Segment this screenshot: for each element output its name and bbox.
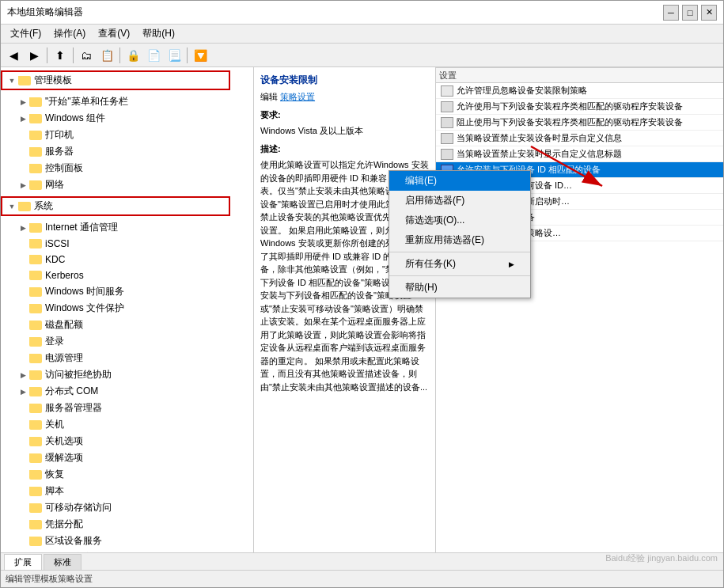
folder-icon-scripts [29, 487, 42, 496]
folder-icon-removable-storage [29, 503, 42, 513]
watermark: Baidu经验 jingyan.baidu.com [605, 552, 718, 564]
tab-standard[interactable]: 标准 [44, 554, 81, 570]
expand-admin-templates[interactable]: ▼ [6, 74, 18, 87]
policy-settings-link[interactable]: 策略设置 [280, 92, 315, 101]
folder-icon-mitigation [29, 453, 42, 463]
folder-icon-kdc [29, 255, 42, 264]
driver-install-label: 驱动程序安装 [45, 551, 102, 552]
context-menu-reapply-filter[interactable]: 重新应用筛选器(E) [389, 230, 530, 250]
policy-list-header-label: 设置 [439, 70, 457, 82]
tree-item-removable-storage[interactable]: 可移动存储访问 [1, 499, 253, 516]
tree-item-start-menu[interactable]: ▶ "开始"菜单和任务栏 [1, 93, 253, 110]
tree-item-login[interactable]: 登录 [1, 333, 253, 350]
tree-item-kdc[interactable]: KDC [1, 252, 253, 267]
show-hide-button[interactable]: 🗂 [77, 46, 96, 65]
folder-icon-windows-file-protection [29, 304, 42, 313]
tab-extended[interactable]: 扩展 [4, 554, 42, 570]
tree-item-server-mgr[interactable]: 服务器管理器 [1, 400, 253, 416]
tree-item-mitigation[interactable]: 缓解选项 [1, 450, 253, 466]
toolbar-separator-3 [119, 47, 120, 63]
start-menu-label: "开始"菜单和任务栏 [45, 95, 128, 108]
folder-icon-windows-time [29, 287, 42, 297]
folder-icon-shutdown [29, 420, 42, 430]
tree-item-disk-quota[interactable]: 磁盘配额 [1, 317, 253, 333]
list-item-1[interactable]: 允许管理员忽略设备安装限制策略 [436, 83, 723, 99]
tree-item-server[interactable]: 服务器 [1, 143, 253, 160]
tree-item-recovery[interactable]: 恢复 [1, 466, 253, 483]
expand-windows-components[interactable]: ▶ [17, 112, 29, 125]
tree-item-kerberos[interactable]: Kerberos [1, 267, 253, 283]
tree-item-windows-file-protection[interactable]: Windows 文件保护 [1, 300, 253, 317]
context-menu-enable-filter[interactable]: 启用筛选器(F) [389, 191, 530, 211]
list-item-3[interactable]: 阻止使用与下列设备安装程序类相匹配的驱动程序安装设备 [436, 115, 723, 131]
expand-printer[interactable] [17, 129, 29, 142]
maximize-button[interactable]: □ [682, 5, 698, 21]
folder-icon-server [29, 147, 42, 157]
tree-item-scripts[interactable]: 脚本 [1, 483, 253, 499]
view-button-2[interactable]: 📄 [144, 46, 163, 65]
tree-item-regional[interactable]: 区域设备服务 [1, 533, 253, 549]
up-button[interactable]: ⬆ [51, 46, 70, 65]
tree-item-shutdown[interactable]: 关机 [1, 416, 253, 433]
middle-panel-requires-value: Windows Vista 及以上版本 [260, 124, 429, 138]
lock-button[interactable]: 🔒 [123, 46, 142, 65]
menu-file[interactable]: 文件(F) [4, 25, 47, 42]
folder-icon-login [29, 337, 42, 347]
tree-item-access-denied[interactable]: ▶ 访问被拒绝协助 [1, 366, 253, 383]
policy-icon-5 [441, 149, 453, 160]
tree-item-windows-time[interactable]: Windows 时间服务 [1, 283, 253, 300]
context-menu-all-tasks[interactable]: 所有任务(K) [389, 254, 530, 274]
close-button[interactable]: ✕ [701, 5, 717, 21]
network-label: 网络 [45, 178, 64, 192]
tree-item-credentials[interactable]: 凭据分配 [1, 516, 253, 533]
tree-item-admin-templates[interactable]: ▼ 管理模板 [2, 72, 229, 89]
view-button-3[interactable]: 📃 [165, 46, 184, 65]
folder-icon-start-menu [29, 97, 42, 107]
back-button[interactable]: ◀ [4, 46, 23, 65]
forward-button[interactable]: ▶ [25, 46, 44, 65]
context-menu-filter-options[interactable]: 筛选选项(O)... [389, 211, 530, 230]
tree-item-internet-comm[interactable]: ▶ Internet 通信管理 [1, 219, 253, 236]
context-menu: 编辑(E) 启用筛选器(F) 筛选选项(O)... 重新应用筛选器(E) 所有任… [389, 170, 531, 298]
title-bar: 本地组策略编辑器 ─ □ ✕ [1, 1, 723, 25]
iscsi-label: iSCSI [45, 238, 70, 249]
tree-item-printer[interactable]: 打印机 [1, 127, 253, 143]
list-item-5[interactable]: 当策略设置禁止安装时显示自定义信息标题 [436, 146, 723, 162]
view-button-1[interactable]: 📋 [97, 46, 116, 65]
minimize-button[interactable]: ─ [663, 5, 679, 21]
toolbar: ◀ ▶ ⬆ 🗂 📋 🔒 📄 📃 🔽 [1, 44, 723, 67]
filter-button[interactable]: 🔽 [191, 46, 210, 65]
mitigation-label: 缓解选项 [45, 451, 83, 465]
menu-help[interactable]: 帮助(H) [136, 25, 181, 42]
list-item-4[interactable]: 当策略设置禁止安装设备时显示自定义信息 [436, 131, 723, 146]
tree-item-distributed-com[interactable]: ▶ 分布式 COM [1, 383, 253, 400]
list-item-2[interactable]: 允许使用与下列设备安装程序类相匹配的驱动程序安装设备 [436, 99, 723, 115]
policy-label-4: 当策略设置禁止安装设备时显示自定义信息 [457, 132, 622, 144]
tree-item-driver-install[interactable]: 驱动程序安装 [1, 549, 253, 552]
tree-item-shutdown-options[interactable]: 关机选项 [1, 433, 253, 450]
policy-label-5: 当策略设置禁止安装时显示自定义信息标题 [457, 148, 622, 160]
server-label: 服务器 [45, 145, 74, 158]
main-content: ▼ 管理模板 ▶ "开始"菜单和任务栏 ▶ Windows 组件 打印机 [1, 67, 723, 552]
folder-icon-recovery [29, 470, 42, 480]
expand-start-menu[interactable]: ▶ [17, 96, 29, 108]
context-menu-help[interactable]: 帮助(H) [389, 278, 530, 298]
access-denied-label: 访问被拒绝协助 [45, 368, 112, 381]
menu-action[interactable]: 操作(A) [47, 25, 92, 42]
tree-item-iscsi[interactable]: iSCSI [1, 236, 253, 252]
folder-icon-server-mgr [29, 404, 42, 413]
tree-item-windows-components[interactable]: ▶ Windows 组件 [1, 110, 253, 127]
tree-item-system[interactable]: ▼ 系统 [2, 198, 229, 214]
scripts-label: 脚本 [45, 484, 64, 498]
context-menu-edit[interactable]: 编辑(E) [389, 171, 530, 191]
folder-icon-internet-comm [29, 223, 42, 233]
removable-storage-label: 可移动存储访问 [45, 501, 112, 514]
folder-icon-credentials [29, 520, 42, 529]
context-menu-sep-2 [389, 275, 530, 276]
tree-item-power-mgmt[interactable]: 电源管理 [1, 350, 253, 366]
toolbar-separator-4 [187, 47, 188, 63]
middle-panel-requires-label: 要求: [260, 108, 429, 122]
menu-view[interactable]: 查看(V) [92, 25, 136, 42]
tree-item-network[interactable]: ▶ 网络 [1, 176, 253, 193]
tree-item-control-panel[interactable]: 控制面板 [1, 160, 253, 176]
